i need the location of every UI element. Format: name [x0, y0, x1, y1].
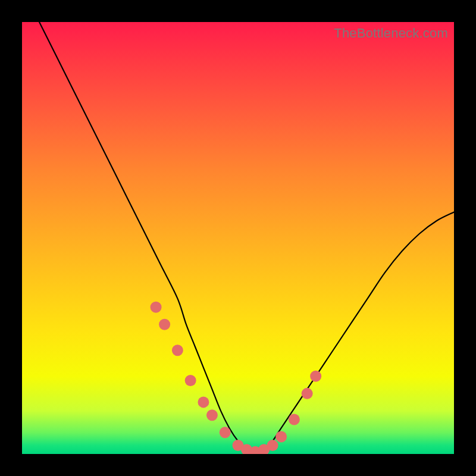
highlight-point	[275, 431, 287, 442]
curve-layer	[22, 22, 454, 454]
highlight-point	[159, 319, 170, 330]
highlight-point	[172, 345, 183, 356]
plot-area: TheBottleneck.com	[22, 22, 454, 454]
highlight-point	[310, 371, 321, 382]
highlight-point	[267, 440, 278, 451]
chart-frame: TheBottleneck.com	[0, 0, 476, 476]
highlight-point	[206, 409, 218, 421]
highlight-point	[198, 396, 209, 408]
highlight-point	[302, 388, 313, 399]
highlight-point	[289, 414, 300, 425]
highlight-points	[151, 302, 322, 454]
bottleneck-curve	[39, 22, 454, 452]
highlight-point	[185, 375, 196, 386]
highlight-point	[151, 302, 162, 313]
highlight-point	[220, 427, 231, 438]
